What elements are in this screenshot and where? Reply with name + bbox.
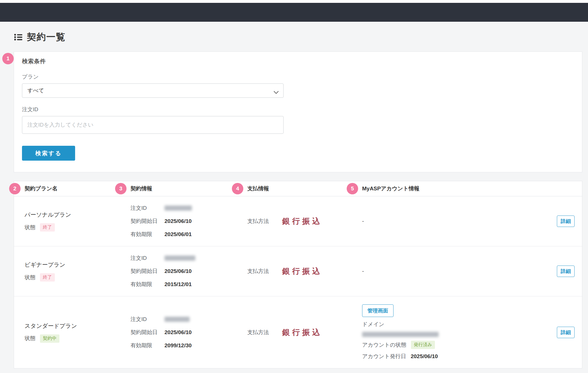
- order-id-redacted: [164, 317, 190, 322]
- start-date-value: 2025/06/10: [164, 268, 192, 274]
- start-date-label: 契約開始日: [131, 268, 164, 275]
- myasp-cell: 管理画面 ドメイン アカウントの状態 発行済み アカウント発行日 2025/06…: [362, 296, 539, 368]
- order-id-label: 注文ID: [131, 204, 164, 212]
- start-date-value: 2025/06/10: [164, 218, 192, 224]
- payment-method-value: 銀行振込: [282, 216, 322, 226]
- account-issue-date-value: 2025/06/10: [411, 353, 438, 360]
- contracts-table: 2 契約プラン名 3 契約情報 4 支払情報 5 MyASPアカウント情報 パー…: [14, 181, 582, 368]
- account-status-label: アカウントの状態: [362, 341, 406, 349]
- chevron-down-icon: [274, 89, 279, 95]
- table-row: パーソナルプラン 状態 終了 注文ID 契約開始日 2025/06/10 有効期…: [14, 196, 582, 246]
- payment-cell: 支払方法 銀行振込: [247, 266, 362, 276]
- plan-select-value: すべて: [27, 87, 44, 94]
- detail-button[interactable]: 詳細: [557, 266, 575, 277]
- order-id-redacted: [164, 256, 195, 261]
- step-badge-2: 2: [9, 183, 21, 194]
- plan-select[interactable]: すべて: [22, 83, 284, 98]
- step-badge-5: 5: [347, 183, 358, 194]
- order-id-label: 注文ID: [131, 316, 164, 323]
- page-title-row: 契約一覧: [14, 31, 582, 43]
- column-header-label: 支払情報: [247, 185, 269, 192]
- column-header-label: MyASPアカウント情報: [362, 185, 420, 192]
- column-header-payment-info: 4 支払情報: [247, 183, 362, 194]
- order-id-label: 注文ID: [22, 106, 574, 113]
- page-title: 契約一覧: [27, 31, 66, 43]
- plan-cell: スタンダードプラン 状態 契約中: [14, 322, 131, 343]
- admin-screen-button[interactable]: 管理画面: [362, 304, 394, 317]
- expiry-value: 2099/12/30: [164, 342, 192, 349]
- plan-cell: パーソナルプラン 状態 終了: [14, 211, 131, 232]
- myasp-cell: -: [362, 218, 539, 224]
- expiry-value: 2025/06/01: [164, 231, 192, 238]
- plan-cell: ビギナープラン 状態 終了: [14, 261, 131, 282]
- payment-method-label: 支払方法: [247, 218, 269, 225]
- top-navigation-bar: [0, 3, 588, 22]
- plan-name: パーソナルプラン: [25, 211, 131, 219]
- expiry-label: 有効期限: [131, 231, 164, 238]
- contract-info-cell: 注文ID 契約開始日 2025/06/10 有効期限 2015/12/01: [131, 246, 247, 296]
- table-row: ビギナープラン 状態 終了 注文ID 契約開始日 2025/06/10 有効期限…: [14, 246, 582, 296]
- step-badge-1: 1: [2, 53, 14, 64]
- column-header-contract-info: 3 契約情報: [131, 183, 247, 194]
- payment-cell: 支払方法 銀行振込: [247, 216, 362, 226]
- expiry-label: 有効期限: [131, 281, 164, 288]
- start-date-label: 契約開始日: [131, 218, 164, 225]
- column-header-plan: 2 契約プラン名: [14, 183, 131, 194]
- status-badge: 終了: [40, 223, 55, 232]
- status-label: 状態: [25, 335, 35, 342]
- search-button[interactable]: 検索する: [22, 146, 75, 161]
- plan-label: プラン: [22, 73, 574, 81]
- payment-method-label: 支払方法: [247, 268, 269, 275]
- step-badge-4: 4: [232, 183, 243, 194]
- account-status-badge: 発行済み: [411, 341, 435, 349]
- payment-method-label: 支払方法: [247, 329, 269, 336]
- status-label: 状態: [25, 224, 35, 231]
- plan-name: ビギナープラン: [25, 261, 131, 269]
- contract-info-cell: 注文ID 契約開始日 2025/06/10 有効期限 2099/12/30: [131, 308, 247, 357]
- domain-redacted: [362, 332, 439, 337]
- column-header-myasp-account: 5 MyASPアカウント情報: [362, 183, 539, 194]
- detail-button[interactable]: 詳細: [557, 327, 575, 338]
- status-label: 状態: [25, 274, 35, 281]
- page-content: 契約一覧 1 検索条件 プラン すべて 注文ID 検索する 2 契約プラン名 3…: [14, 31, 582, 373]
- payment-method-value: 銀行振込: [282, 327, 322, 338]
- column-header-label: 契約プラン名: [25, 185, 57, 192]
- search-panel-title: 検索条件: [22, 57, 574, 65]
- top-white-strip: [0, 0, 588, 3]
- domain-label: ドメイン: [362, 321, 384, 328]
- detail-button[interactable]: 詳細: [557, 216, 575, 227]
- order-id-redacted: [164, 206, 192, 211]
- search-panel: 1 検索条件 プラン すべて 注文ID 検索する: [14, 51, 582, 172]
- table-row: スタンダードプラン 状態 契約中 注文ID 契約開始日 2025/06/10 有…: [14, 296, 582, 368]
- table-header-row: 2 契約プラン名 3 契約情報 4 支払情報 5 MyASPアカウント情報: [14, 181, 582, 196]
- order-id-input[interactable]: [22, 116, 284, 134]
- order-id-label: 注文ID: [131, 254, 164, 262]
- expiry-value: 2015/12/01: [164, 281, 192, 288]
- plan-name: スタンダードプラン: [25, 322, 131, 330]
- start-date-value: 2025/06/10: [164, 329, 192, 336]
- payment-method-value: 銀行振込: [282, 266, 322, 276]
- step-badge-3: 3: [115, 183, 127, 194]
- payment-cell: 支払方法 銀行振込: [247, 327, 362, 338]
- status-badge: 契約中: [40, 334, 59, 343]
- status-badge: 終了: [40, 273, 55, 282]
- account-issue-date-label: アカウント発行日: [362, 353, 406, 360]
- column-header-label: 契約情報: [131, 185, 152, 192]
- myasp-cell: -: [362, 268, 539, 274]
- expiry-label: 有効期限: [131, 342, 164, 349]
- start-date-label: 契約開始日: [131, 329, 164, 336]
- contract-info-cell: 注文ID 契約開始日 2025/06/10 有効期限 2025/06/01: [131, 196, 247, 246]
- list-icon: [14, 33, 23, 41]
